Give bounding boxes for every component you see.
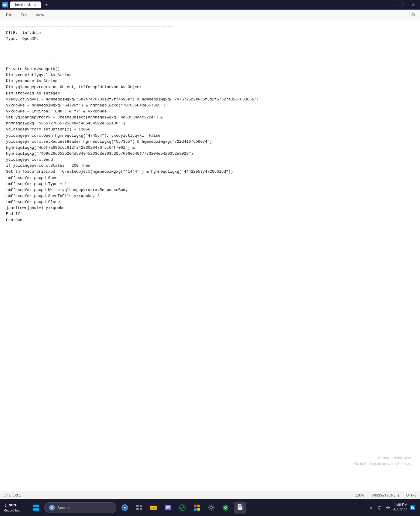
svg-point-8 [124,507,126,509]
minimize-button[interactable]: – [390,1,398,8]
temperature: 90°F [9,503,17,508]
taskbar-app-notepad[interactable] [234,502,246,514]
tab-close-icon[interactable]: ✕ [34,3,36,7]
activate-line1: Activate Windows [354,455,411,461]
search-bar[interactable]: Search [44,502,116,513]
svg-rect-22 [194,508,196,511]
title-bar: NP Invoice.vb ✕ + – □ ✕ [0,0,420,10]
status-right: 110% Windows (CRLF) UTF-8 [355,493,416,497]
notifications-icon[interactable] [409,504,416,511]
file-menu[interactable]: File [2,11,16,18]
weather-icon: 🌡 [4,503,8,508]
svg-rect-31 [410,505,415,510]
search-label: Search [57,506,70,510]
activate-line2: Go to Settings to activate Windows. [354,461,411,467]
taskbar-app-edge[interactable] [176,502,188,514]
cursor-position: Ln 1, Col 1 [4,493,21,497]
tab-label: Invoice.vb [15,3,31,7]
network-icon[interactable] [376,504,383,511]
svg-rect-9 [136,505,139,507]
taskbar: 🌡 90°F Record high Search [0,499,420,516]
encoding: UTF-8 [406,493,416,497]
clock-date: 6/2/2023 [393,508,407,513]
menu-bar: File Edit View ⚙ [0,10,420,20]
taskbar-app-settings[interactable] [205,502,217,514]
weather-widget[interactable]: 🌡 90°F Record high [4,503,28,512]
svg-point-30 [379,509,380,510]
start-button[interactable] [30,502,42,514]
add-tab-button[interactable]: + [43,1,50,8]
taskbar-right: ∧ 1:48 PM 6/2/2023 [368,503,416,513]
settings-icon[interactable]: ⚙ [409,11,418,19]
svg-rect-33 [413,507,414,509]
clock[interactable]: 1:48 PM 6/2/2023 [393,503,407,513]
svg-rect-14 [150,507,157,510]
cortana-button[interactable] [119,502,131,514]
svg-rect-1 [36,505,39,507]
system-tray: ∧ [368,504,392,511]
svg-rect-27 [238,507,242,507]
svg-rect-17 [166,506,170,507]
taskbar-app-files[interactable] [162,502,174,514]
svg-rect-12 [140,508,142,510]
volume-icon[interactable] [384,504,392,511]
app-icon: NP [2,2,8,7]
zoom-level: 110% [355,493,364,497]
svg-rect-28 [238,508,241,508]
svg-rect-19 [166,509,169,509]
svg-rect-20 [194,505,196,507]
svg-rect-18 [166,507,170,508]
svg-rect-29 [241,504,242,506]
taskbar-app-store[interactable] [191,502,203,514]
svg-rect-2 [33,508,36,511]
chevron-up-tray[interactable]: ∧ [368,504,375,511]
view-menu[interactable]: View [32,11,48,18]
weather-description: Record high [4,508,28,512]
svg-rect-15 [150,506,153,507]
taskbar-app-defender[interactable] [220,502,232,514]
status-bar: Ln 1, Col 1 110% Windows (CRLF) UTF-8 [0,491,420,499]
close-button[interactable]: ✕ [409,1,418,8]
activate-windows-watermark: Activate WindowsGo to Settings to activa… [354,455,411,467]
svg-rect-32 [411,506,412,509]
svg-point-24 [210,506,212,509]
window-controls: – □ ✕ [390,1,418,8]
maximize-button[interactable]: □ [400,1,408,8]
svg-rect-3 [36,508,39,511]
svg-rect-11 [136,508,139,510]
edit-menu[interactable]: Edit [17,11,31,18]
code-editor[interactable]: ========================================… [0,20,420,491]
line-endings: Windows (CRLF) [372,493,399,497]
active-tab[interactable]: Invoice.vb ✕ [10,1,41,8]
svg-rect-21 [197,505,200,507]
svg-line-5 [52,508,53,509]
svg-rect-26 [238,506,242,506]
svg-rect-10 [140,505,142,507]
svg-rect-0 [33,505,36,507]
svg-point-4 [51,506,53,509]
search-icon [49,505,55,511]
task-view-button[interactable] [133,502,145,514]
svg-rect-23 [197,508,200,511]
clock-time: 1:48 PM [393,503,407,508]
taskbar-app-explorer[interactable] [148,502,160,514]
